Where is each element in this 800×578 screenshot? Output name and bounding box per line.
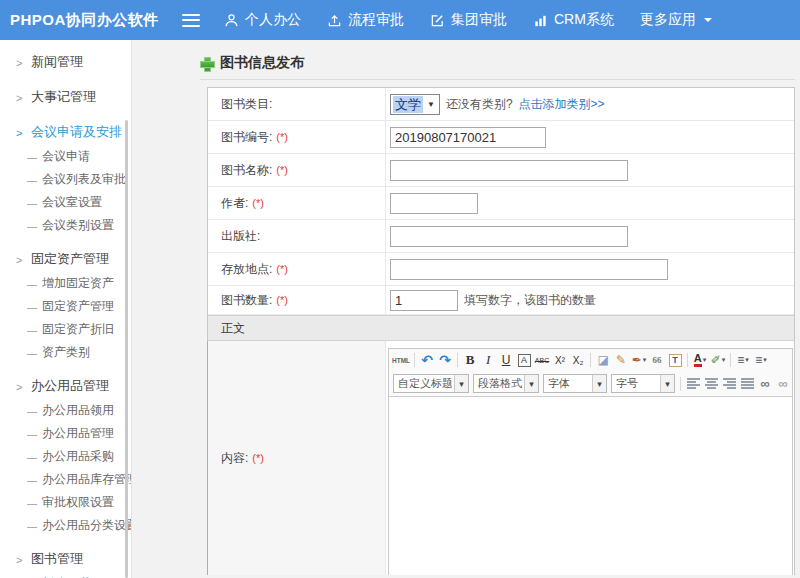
sidebar-item[interactable]: 新闻管理 — [0, 49, 131, 75]
sidebar-item[interactable]: 办公用品管理 — [0, 373, 131, 399]
nav-crm-system[interactable]: CRM系统 — [533, 11, 614, 29]
unordered-list-icon[interactable]: ≡▾ — [753, 351, 769, 369]
sidebar-item[interactable]: 会议室设置 — [0, 191, 131, 214]
font-family-select[interactable]: 字体 — [543, 374, 607, 393]
book-no-input[interactable] — [390, 127, 546, 148]
sidebar-prefix-icon — [27, 450, 42, 464]
format-brush-icon[interactable]: ✎ — [613, 351, 629, 369]
author-input[interactable] — [390, 193, 478, 214]
align-right-icon[interactable] — [721, 375, 737, 393]
form-row-content: 内容:(*) HTML↶↷BIUAABCX²X₂◪✎✒▾66TA▾✐▾≡▾≡▾ — [208, 341, 794, 575]
sidebar-item[interactable]: 固定资产管理 — [0, 295, 131, 318]
sidebar-prefix-icon — [27, 496, 42, 510]
category-select[interactable]: 文学 ▼ — [390, 94, 440, 115]
toolbar-separator — [687, 353, 688, 367]
nav-group-approval[interactable]: 集团审批 — [430, 11, 507, 29]
strikethrough-icon[interactable]: ABC — [534, 351, 550, 369]
sidebar-item[interactable]: 大事记管理 — [0, 84, 131, 110]
sidebar-item[interactable]: 图书管理 — [0, 546, 131, 572]
sidebar-item[interactable]: 固定资产折旧 — [0, 318, 131, 341]
section-header-body: 正文 — [208, 315, 794, 341]
sidebar: 新闻管理 大事记管理 会议申请及安排 会议申请 会议列表及审批 会议室设置 — [0, 40, 132, 578]
font-size-select[interactable]: 字号 — [611, 374, 675, 393]
html-source-icon[interactable]: HTML — [392, 351, 410, 369]
bold-icon[interactable]: B — [462, 351, 478, 369]
required-marker: (*) — [276, 164, 288, 176]
chevron-down-icon — [704, 18, 712, 26]
content-label: 内容: — [221, 450, 248, 467]
sidebar-item[interactable]: 增加固定资产 — [0, 272, 131, 295]
italic-icon[interactable]: I — [480, 351, 496, 369]
book-no-label: 图书编号: — [221, 129, 272, 146]
add-category-link[interactable]: 点击添加类别>> — [519, 96, 605, 113]
insert-link-icon[interactable]: ∞ — [757, 375, 773, 393]
category-hint: 还没有类别? — [446, 96, 513, 113]
sidebar-item[interactable]: 会议申请 — [0, 145, 131, 168]
form-row-location: 存放地点:(*) — [208, 253, 794, 286]
align-justify-icon[interactable] — [739, 375, 755, 393]
sidebar-prefix-icon — [27, 196, 42, 210]
align-center-icon[interactable] — [703, 375, 719, 393]
editor-content[interactable] — [389, 397, 792, 575]
dropdown-caret-icon: ▾ — [643, 356, 647, 364]
sidebar-item[interactable]: 办公用品分类设置 — [0, 514, 131, 537]
sidebar-item[interactable]: 办公用品领用 — [0, 399, 131, 422]
sidebar-prefix-icon — [27, 323, 42, 337]
sidebar-scrollbar[interactable] — [125, 120, 128, 578]
required-marker: (*) — [276, 263, 288, 275]
menu-toggle-icon[interactable] — [182, 14, 200, 27]
font-border-icon[interactable]: A — [516, 351, 532, 369]
nav-workflow-approval[interactable]: 流程审批 — [327, 11, 404, 29]
remove-link-icon[interactable]: ∞ — [775, 375, 791, 393]
underline-icon[interactable]: U — [498, 351, 514, 369]
quantity-input[interactable] — [390, 290, 458, 311]
sidebar-item[interactable]: 会议列表及审批 — [0, 168, 131, 191]
book-name-label: 图书名称: — [221, 162, 272, 179]
form-row-book-no: 图书编号:(*) — [208, 121, 794, 154]
paste-text-icon[interactable]: T — [667, 351, 683, 369]
sidebar-prefix-icon — [27, 519, 42, 533]
sidebar-prefix-icon — [16, 125, 31, 140]
toolbar-separator — [414, 353, 415, 367]
undo-icon[interactable]: ↶ — [419, 351, 435, 369]
sidebar-item[interactable]: 会议申请及安排 — [0, 119, 131, 145]
sidebar-item[interactable]: 办公用品库存管理 — [0, 468, 131, 491]
required-marker: (*) — [252, 197, 264, 209]
sidebar-prefix-icon — [27, 427, 42, 441]
sidebar-item[interactable]: 审批权限设置 — [0, 491, 131, 514]
redo-icon[interactable]: ↷ — [437, 351, 453, 369]
form-row-quantity: 图书数量:(*) 填写数字，该图书的数量 — [208, 286, 794, 315]
nav-personal-office[interactable]: 个人办公 — [224, 11, 301, 29]
sidebar-item[interactable]: 新建图书 — [0, 572, 131, 578]
ordered-list-icon[interactable]: ≡▾ — [735, 351, 751, 369]
location-label: 存放地点: — [221, 261, 272, 278]
sidebar-item[interactable]: 资产类别 — [0, 341, 131, 364]
style-select[interactable]: 自定义标题 — [393, 374, 469, 393]
publisher-input[interactable] — [390, 226, 628, 247]
toolbar-separator — [457, 353, 458, 367]
color-pen-icon[interactable]: ✒▾ — [631, 351, 647, 369]
sidebar-item[interactable]: 会议类别设置 — [0, 214, 131, 237]
sidebar-prefix-icon — [16, 552, 31, 567]
select-arrow-icon: ▼ — [425, 100, 437, 109]
superscript-icon[interactable]: X² — [552, 351, 568, 369]
font-color-icon[interactable]: A▾ — [692, 351, 708, 369]
location-input[interactable] — [390, 259, 668, 280]
sidebar-prefix-icon — [27, 473, 42, 487]
eraser-icon[interactable]: ◪ — [595, 351, 611, 369]
highlight-icon[interactable]: ✐▾ — [710, 351, 726, 369]
sidebar-prefix-icon — [27, 277, 42, 291]
book-name-input[interactable] — [390, 160, 628, 181]
paragraph-select[interactable]: 段落格式 — [473, 374, 539, 393]
align-left-icon[interactable] — [685, 375, 701, 393]
editor-toolbar: HTML↶↷BIUAABCX²X₂◪✎✒▾66TA▾✐▾≡▾≡▾ 自定义标题段落… — [389, 349, 792, 397]
sidebar-item[interactable]: 办公用品管理 — [0, 422, 131, 445]
sidebar-prefix-icon — [27, 219, 42, 233]
sidebar-item[interactable]: 办公用品采购 — [0, 445, 131, 468]
top-bar: PHPOA协同办公软件 个人办公 流程审批 集团审批 — [0, 0, 800, 40]
sidebar-item[interactable]: 固定资产管理 — [0, 246, 131, 272]
sidebar-prefix-icon — [27, 346, 42, 360]
subscript-icon[interactable]: X₂ — [570, 351, 586, 369]
nav-more-apps[interactable]: 更多应用 — [640, 11, 712, 29]
blockquote-icon[interactable]: 66 — [649, 351, 665, 369]
